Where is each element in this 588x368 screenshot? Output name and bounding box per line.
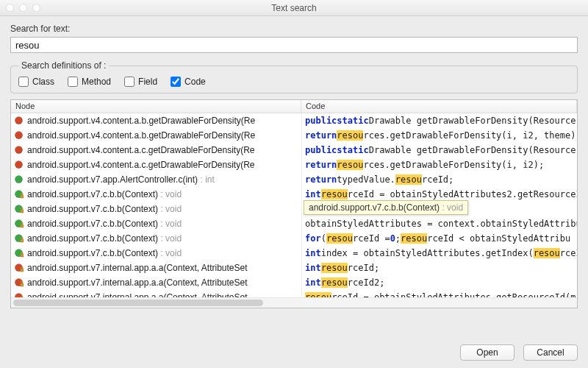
code-cell: int resourceId = obtainStyledAttributes2… bbox=[301, 187, 577, 202]
column-header-node[interactable]: Node bbox=[11, 100, 301, 113]
svg-rect-12 bbox=[20, 239, 24, 242]
table-row[interactable]: android.support.v4.content.a.b.getDrawab… bbox=[11, 128, 577, 143]
horizontal-scrollbar[interactable] bbox=[11, 297, 577, 308]
table-row[interactable]: android.support.v7.c.b.b(Context) : void… bbox=[11, 246, 577, 261]
svg-rect-16 bbox=[20, 269, 24, 272]
code-cell: return resources.getDrawableForDensity(i… bbox=[301, 128, 577, 143]
node-text: android.support.v7.app.AlertController.c… bbox=[27, 174, 215, 185]
method-green-lock-icon bbox=[14, 189, 24, 199]
method-red-icon bbox=[14, 145, 24, 155]
node-text: android.support.v7.internal.app.a.a(Cont… bbox=[27, 292, 248, 297]
dialog-buttons: Open Cancel bbox=[460, 344, 578, 361]
checkbox-class[interactable]: Class bbox=[18, 77, 54, 87]
svg-rect-14 bbox=[20, 254, 24, 257]
node-cell: android.support.v4.content.a.c.getDrawab… bbox=[11, 158, 301, 172]
method-green-icon bbox=[14, 174, 24, 185]
svg-point-1 bbox=[15, 131, 22, 138]
code-cell: resourceId = obtainStyledAttributes.getR… bbox=[301, 290, 577, 297]
method-red-icon bbox=[14, 160, 24, 170]
node-text: android.support.v4.content.a.c.getDrawab… bbox=[27, 160, 255, 170]
node-cell: android.support.v7.internal.app.a.a(Cont… bbox=[11, 290, 301, 297]
node-cell: android.support.v7.c.b.b(Context) : void bbox=[11, 246, 301, 261]
table-row[interactable]: android.support.v7.c.b.b(Context) : void bbox=[11, 202, 577, 216]
code-cell: int resourceId2; bbox=[301, 275, 577, 290]
node-cell: android.support.v4.content.a.c.getDrawab… bbox=[11, 143, 301, 158]
method-red-lock-icon bbox=[14, 292, 24, 297]
titlebar: Text search bbox=[0, 0, 588, 16]
table-row[interactable]: android.support.v7.c.b.b(Context) : void… bbox=[11, 187, 577, 202]
svg-point-4 bbox=[15, 175, 22, 183]
search-label: Search for text: bbox=[10, 24, 578, 34]
window-controls bbox=[6, 4, 40, 12]
checkbox-method-input[interactable] bbox=[68, 77, 78, 87]
svg-rect-18 bbox=[20, 283, 24, 286]
method-red-icon bbox=[14, 130, 24, 141]
node-text: android.support.v7.internal.app.a.a(Cont… bbox=[27, 263, 248, 273]
code-cell: int resourceId; bbox=[301, 261, 577, 275]
node-cell: android.support.v7.internal.app.a.a(Cont… bbox=[11, 261, 301, 275]
close-window-icon[interactable] bbox=[6, 4, 14, 12]
checkbox-field[interactable]: Field bbox=[124, 77, 157, 87]
code-cell: int index = obtainStyledAttributes.getIn… bbox=[301, 246, 577, 261]
node-text: android.support.v4.content.a.c.getDrawab… bbox=[27, 145, 255, 155]
table-row[interactable]: android.support.v4.content.a.c.getDrawab… bbox=[11, 143, 577, 158]
svg-point-2 bbox=[15, 146, 22, 153]
code-cell: public static Drawable getDrawableForDen… bbox=[301, 113, 577, 128]
checkbox-method[interactable]: Method bbox=[68, 77, 111, 87]
node-text: android.support.v7.c.b.b(Context) : void bbox=[27, 189, 182, 199]
table-header: Node Code bbox=[11, 100, 577, 113]
code-cell: return typedValue.resourceId; bbox=[301, 172, 577, 187]
method-red-lock-icon bbox=[14, 263, 24, 273]
tooltip-text: android.support.v7.c.b.b(Context) bbox=[309, 202, 440, 213]
search-form: Search for text: Search definitions of :… bbox=[0, 16, 588, 93]
zoom-window-icon[interactable] bbox=[32, 4, 40, 12]
table-row[interactable]: android.support.v7.internal.app.a.a(Cont… bbox=[11, 290, 577, 297]
table-row[interactable]: android.support.v4.content.a.b.getDrawab… bbox=[11, 113, 577, 128]
table-row[interactable]: android.support.v4.content.a.c.getDrawab… bbox=[11, 158, 577, 172]
node-text: android.support.v7.c.b.b(Context) : void bbox=[27, 219, 182, 229]
checkbox-code[interactable]: Code bbox=[171, 77, 206, 87]
node-text: android.support.v4.content.a.b.getDrawab… bbox=[27, 116, 255, 126]
checkbox-class-input[interactable] bbox=[18, 77, 29, 87]
table-row[interactable]: android.support.v7.internal.app.a.a(Cont… bbox=[11, 275, 577, 290]
table-row[interactable]: android.support.v7.c.b.b(Context) : void… bbox=[11, 216, 577, 231]
code-cell: obtainStyledAttributes = context.obtainS… bbox=[301, 216, 577, 231]
svg-point-0 bbox=[15, 116, 22, 124]
minimize-window-icon[interactable] bbox=[19, 4, 27, 12]
checkbox-field-input[interactable] bbox=[124, 77, 135, 87]
node-cell: android.support.v4.content.a.b.getDrawab… bbox=[11, 128, 301, 143]
method-green-lock-icon bbox=[14, 219, 24, 229]
definitions-group: Search definitions of : Class Method Fie… bbox=[10, 60, 578, 93]
method-red-lock-icon bbox=[14, 277, 24, 288]
node-text: android.support.v7.c.b.b(Context) : void bbox=[27, 233, 182, 244]
open-button[interactable]: Open bbox=[460, 344, 514, 361]
table-row[interactable]: android.support.v7.app.AlertController.c… bbox=[11, 172, 577, 187]
node-cell: android.support.v7.app.AlertController.c… bbox=[11, 172, 301, 187]
code-cell: for (resourceId = 0; resourceId < obtain… bbox=[301, 231, 577, 246]
scrollbar-thumb[interactable] bbox=[13, 300, 263, 306]
search-input[interactable] bbox=[10, 37, 578, 53]
results-table: Node Code android.support.v4.content.a.b… bbox=[10, 99, 578, 308]
node-cell: android.support.v4.content.a.b.getDrawab… bbox=[11, 113, 301, 128]
code-cell: public static Drawable getDrawableForDen… bbox=[301, 143, 577, 158]
method-green-lock-icon bbox=[14, 204, 24, 214]
window-title: Text search bbox=[0, 3, 588, 13]
definitions-legend: Search definitions of : bbox=[18, 60, 109, 71]
column-header-code[interactable]: Code bbox=[301, 100, 577, 113]
node-cell: android.support.v7.internal.app.a.a(Cont… bbox=[11, 275, 301, 290]
svg-point-3 bbox=[15, 160, 22, 168]
node-cell: android.support.v7.c.b.b(Context) : void bbox=[11, 231, 301, 246]
cancel-button[interactable]: Cancel bbox=[523, 344, 578, 361]
checkbox-code-input[interactable] bbox=[171, 77, 181, 87]
svg-rect-8 bbox=[20, 210, 24, 213]
method-green-lock-icon bbox=[14, 233, 24, 244]
svg-rect-6 bbox=[20, 195, 24, 198]
method-green-lock-icon bbox=[14, 248, 24, 258]
table-row[interactable]: android.support.v7.internal.app.a.a(Cont… bbox=[11, 261, 577, 275]
node-cell: android.support.v7.c.b.b(Context) : void bbox=[11, 202, 301, 216]
table-row[interactable]: android.support.v7.c.b.b(Context) : void… bbox=[11, 231, 577, 246]
node-text: android.support.v7.internal.app.a.a(Cont… bbox=[27, 277, 248, 288]
tooltip: android.support.v7.c.b.b(Context) : void bbox=[304, 200, 468, 215]
node-text: android.support.v7.c.b.b(Context) : void bbox=[27, 248, 182, 258]
node-text: android.support.v7.c.b.b(Context) : void bbox=[27, 204, 182, 214]
